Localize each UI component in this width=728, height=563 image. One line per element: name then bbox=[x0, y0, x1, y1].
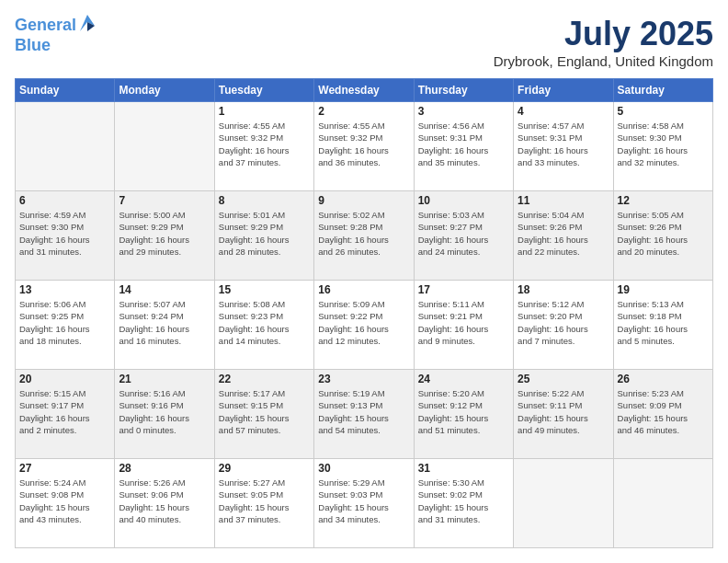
cal-cell bbox=[16, 102, 115, 191]
day-info: Sunrise: 5:22 AM Sunset: 9:11 PM Dayligh… bbox=[518, 387, 609, 436]
day-info: Sunrise: 5:11 AM Sunset: 9:21 PM Dayligh… bbox=[418, 298, 509, 347]
day-number: 10 bbox=[418, 194, 509, 207]
dow-header-monday: Monday bbox=[115, 79, 214, 102]
day-info: Sunrise: 5:15 AM Sunset: 9:17 PM Dayligh… bbox=[19, 387, 110, 436]
cal-cell: 26Sunrise: 5:23 AM Sunset: 9:09 PM Dayli… bbox=[613, 370, 712, 459]
page: General Blue July 2025 Drybrook, England… bbox=[0, 0, 728, 563]
day-info: Sunrise: 5:05 AM Sunset: 9:26 PM Dayligh… bbox=[618, 209, 709, 258]
cal-cell: 13Sunrise: 5:06 AM Sunset: 9:25 PM Dayli… bbox=[16, 281, 115, 370]
day-info: Sunrise: 5:12 AM Sunset: 9:20 PM Dayligh… bbox=[518, 298, 609, 347]
week-row-2: 6Sunrise: 4:59 AM Sunset: 9:30 PM Daylig… bbox=[16, 191, 713, 281]
logo: General Blue bbox=[15, 15, 97, 55]
day-info: Sunrise: 4:55 AM Sunset: 9:32 PM Dayligh… bbox=[219, 120, 310, 168]
cal-cell: 19Sunrise: 5:13 AM Sunset: 9:18 PM Dayli… bbox=[613, 281, 712, 370]
day-number: 25 bbox=[518, 373, 609, 385]
dow-header-saturday: Saturday bbox=[613, 79, 712, 102]
cal-cell: 3Sunrise: 4:56 AM Sunset: 9:31 PM Daylig… bbox=[414, 102, 513, 191]
day-info: Sunrise: 5:01 AM Sunset: 9:29 PM Dayligh… bbox=[219, 209, 310, 258]
day-number: 9 bbox=[318, 194, 409, 207]
week-row-5: 27Sunrise: 5:24 AM Sunset: 9:08 PM Dayli… bbox=[16, 459, 713, 548]
day-info: Sunrise: 5:03 AM Sunset: 9:27 PM Dayligh… bbox=[418, 209, 509, 258]
day-info: Sunrise: 4:57 AM Sunset: 9:31 PM Dayligh… bbox=[518, 120, 609, 168]
day-info: Sunrise: 5:09 AM Sunset: 9:22 PM Dayligh… bbox=[318, 298, 409, 347]
month-title: July 2025 bbox=[494, 15, 713, 53]
cal-cell: 1Sunrise: 4:55 AM Sunset: 9:32 PM Daylig… bbox=[214, 102, 313, 191]
day-number: 14 bbox=[119, 283, 210, 296]
cal-cell: 2Sunrise: 4:55 AM Sunset: 9:32 PM Daylig… bbox=[314, 102, 414, 191]
day-info: Sunrise: 5:13 AM Sunset: 9:18 PM Dayligh… bbox=[618, 298, 709, 347]
cal-cell: 7Sunrise: 5:00 AM Sunset: 9:29 PM Daylig… bbox=[115, 191, 214, 281]
day-number: 5 bbox=[618, 105, 709, 118]
day-info: Sunrise: 4:59 AM Sunset: 9:30 PM Dayligh… bbox=[19, 209, 110, 258]
cal-cell: 24Sunrise: 5:20 AM Sunset: 9:12 PM Dayli… bbox=[414, 370, 513, 459]
cal-cell: 8Sunrise: 5:01 AM Sunset: 9:29 PM Daylig… bbox=[214, 191, 313, 281]
day-number: 26 bbox=[618, 373, 709, 385]
day-number: 16 bbox=[318, 283, 409, 296]
day-info: Sunrise: 5:02 AM Sunset: 9:28 PM Dayligh… bbox=[318, 209, 409, 258]
title-block: July 2025 Drybrook, England, United King… bbox=[494, 15, 713, 69]
day-info: Sunrise: 5:00 AM Sunset: 9:29 PM Dayligh… bbox=[119, 209, 210, 258]
cal-cell: 10Sunrise: 5:03 AM Sunset: 9:27 PM Dayli… bbox=[414, 191, 513, 281]
day-number: 13 bbox=[19, 283, 110, 296]
cal-cell: 6Sunrise: 4:59 AM Sunset: 9:30 PM Daylig… bbox=[16, 191, 115, 281]
cal-cell: 5Sunrise: 4:58 AM Sunset: 9:30 PM Daylig… bbox=[613, 102, 712, 191]
day-info: Sunrise: 5:30 AM Sunset: 9:02 PM Dayligh… bbox=[418, 477, 509, 525]
week-row-1: 1Sunrise: 4:55 AM Sunset: 9:32 PM Daylig… bbox=[16, 102, 713, 191]
day-info: Sunrise: 5:04 AM Sunset: 9:26 PM Dayligh… bbox=[518, 209, 609, 258]
cal-cell: 15Sunrise: 5:08 AM Sunset: 9:23 PM Dayli… bbox=[214, 281, 313, 370]
calendar-body: 1Sunrise: 4:55 AM Sunset: 9:32 PM Daylig… bbox=[16, 102, 713, 548]
day-number: 29 bbox=[219, 462, 310, 475]
day-info: Sunrise: 5:19 AM Sunset: 9:13 PM Dayligh… bbox=[318, 387, 409, 436]
dow-header-wednesday: Wednesday bbox=[314, 79, 414, 102]
cal-cell: 12Sunrise: 5:05 AM Sunset: 9:26 PM Dayli… bbox=[613, 191, 712, 281]
cal-cell bbox=[115, 102, 214, 191]
logo-blue: Blue bbox=[15, 37, 97, 55]
cal-cell: 16Sunrise: 5:09 AM Sunset: 9:22 PM Dayli… bbox=[314, 281, 414, 370]
cal-cell: 11Sunrise: 5:04 AM Sunset: 9:26 PM Dayli… bbox=[514, 191, 613, 281]
cal-cell: 9Sunrise: 5:02 AM Sunset: 9:28 PM Daylig… bbox=[314, 191, 414, 281]
day-number: 22 bbox=[219, 373, 310, 385]
cal-cell: 30Sunrise: 5:29 AM Sunset: 9:03 PM Dayli… bbox=[314, 459, 414, 548]
cal-cell: 22Sunrise: 5:17 AM Sunset: 9:15 PM Dayli… bbox=[214, 370, 313, 459]
day-info: Sunrise: 5:27 AM Sunset: 9:05 PM Dayligh… bbox=[219, 477, 310, 525]
day-info: Sunrise: 5:17 AM Sunset: 9:15 PM Dayligh… bbox=[219, 387, 310, 436]
day-info: Sunrise: 4:55 AM Sunset: 9:32 PM Dayligh… bbox=[318, 120, 409, 168]
days-of-week-row: SundayMondayTuesdayWednesdayThursdayFrid… bbox=[16, 79, 713, 102]
week-row-4: 20Sunrise: 5:15 AM Sunset: 9:17 PM Dayli… bbox=[16, 370, 713, 459]
day-info: Sunrise: 5:23 AM Sunset: 9:09 PM Dayligh… bbox=[618, 387, 709, 436]
cal-cell bbox=[613, 459, 712, 548]
cal-cell: 29Sunrise: 5:27 AM Sunset: 9:05 PM Dayli… bbox=[214, 459, 313, 548]
day-number: 8 bbox=[219, 194, 310, 207]
week-row-3: 13Sunrise: 5:06 AM Sunset: 9:25 PM Dayli… bbox=[16, 281, 713, 370]
day-number: 21 bbox=[119, 373, 210, 385]
dow-header-sunday: Sunday bbox=[16, 79, 115, 102]
day-number: 19 bbox=[618, 283, 709, 296]
cal-cell: 14Sunrise: 5:07 AM Sunset: 9:24 PM Dayli… bbox=[115, 281, 214, 370]
location: Drybrook, England, United Kingdom bbox=[494, 53, 713, 69]
cal-cell: 23Sunrise: 5:19 AM Sunset: 9:13 PM Dayli… bbox=[314, 370, 414, 459]
day-number: 31 bbox=[418, 462, 509, 475]
cal-cell: 18Sunrise: 5:12 AM Sunset: 9:20 PM Dayli… bbox=[514, 281, 613, 370]
calendar-table: SundayMondayTuesdayWednesdayThursdayFrid… bbox=[15, 78, 713, 548]
dow-header-thursday: Thursday bbox=[414, 79, 513, 102]
day-number: 7 bbox=[119, 194, 210, 207]
cal-cell: 4Sunrise: 4:57 AM Sunset: 9:31 PM Daylig… bbox=[514, 102, 613, 191]
day-info: Sunrise: 5:24 AM Sunset: 9:08 PM Dayligh… bbox=[19, 477, 110, 525]
day-number: 30 bbox=[318, 462, 409, 475]
day-number: 18 bbox=[518, 283, 609, 296]
day-number: 12 bbox=[618, 194, 709, 207]
cal-cell: 27Sunrise: 5:24 AM Sunset: 9:08 PM Dayli… bbox=[16, 459, 115, 548]
day-info: Sunrise: 5:26 AM Sunset: 9:06 PM Dayligh… bbox=[119, 477, 210, 525]
cal-cell: 21Sunrise: 5:16 AM Sunset: 9:16 PM Dayli… bbox=[115, 370, 214, 459]
day-number: 23 bbox=[318, 373, 409, 385]
day-number: 11 bbox=[518, 194, 609, 207]
day-info: Sunrise: 5:06 AM Sunset: 9:25 PM Dayligh… bbox=[19, 298, 110, 347]
day-number: 4 bbox=[518, 105, 609, 118]
cal-cell bbox=[514, 459, 613, 548]
day-number: 20 bbox=[19, 373, 110, 385]
cal-cell: 17Sunrise: 5:11 AM Sunset: 9:21 PM Dayli… bbox=[414, 281, 513, 370]
cal-cell: 31Sunrise: 5:30 AM Sunset: 9:02 PM Dayli… bbox=[414, 459, 513, 548]
day-number: 1 bbox=[219, 105, 310, 118]
day-number: 28 bbox=[119, 462, 210, 475]
day-info: Sunrise: 5:08 AM Sunset: 9:23 PM Dayligh… bbox=[219, 298, 310, 347]
